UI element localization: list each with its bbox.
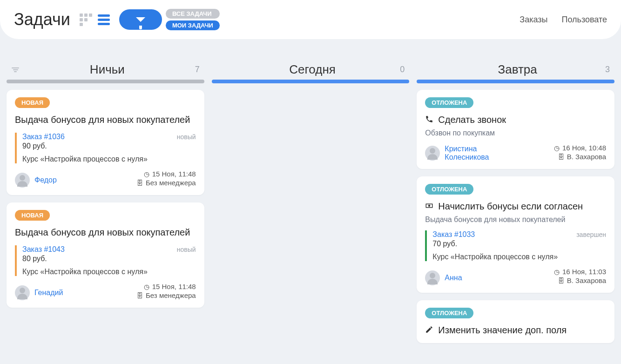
filter-section: ВСЕ ЗАДАЧИ МОИ ЗАДАЧИ: [119, 9, 220, 30]
order-status: новый: [177, 133, 196, 141]
filter-my-tasks[interactable]: МОИ ЗАДАЧИ: [166, 20, 220, 30]
user-link[interactable]: Кристина Колесникова: [445, 145, 505, 162]
column-bar: [212, 80, 410, 83]
list-view-icon[interactable]: [98, 14, 110, 25]
task-time: 15 Ноя, 11:48: [152, 170, 196, 178]
filter-all-tasks[interactable]: ВСЕ ЗАДАЧИ: [166, 9, 220, 19]
task-time: 15 Ноя, 11:48: [152, 283, 196, 290]
column-count: 7: [195, 65, 200, 74]
filter-pills: ВСЕ ЗАДАЧИ МОИ ЗАДАЧИ: [166, 9, 220, 30]
clock-icon: ◷: [144, 170, 149, 178]
clock-icon: ◷: [554, 268, 560, 276]
briefcase-icon: 🗄: [558, 153, 564, 161]
phone-icon: [425, 115, 433, 123]
order-block: Заказ #1033 завершен 70 руб. Курс «Настр…: [425, 230, 606, 261]
briefcase-icon: 🗄: [136, 179, 143, 187]
card-footer: Федор ◷15 Ноя, 11:48 🗄Без менеджера: [15, 170, 196, 188]
view-toggle: [80, 13, 110, 26]
column-title: Завтра: [430, 62, 605, 77]
order-price: 90 руб.: [22, 142, 196, 150]
status-badge: ОТЛОЖЕНА: [425, 97, 473, 108]
column-title: Ничьи: [20, 62, 195, 77]
status-badge: НОВАЯ: [15, 210, 50, 221]
header: Задачи ВСЕ ЗАДАЧИ МОИ ЗАДАЧИ Заказы Поль…: [0, 0, 621, 39]
task-subtitle: Обзвон по покупкам: [425, 129, 606, 137]
clock-icon: ◷: [144, 283, 149, 290]
order-block: Заказ #1043 новый 80 руб. Курс «Настройк…: [15, 245, 196, 276]
column-bar: [7, 80, 204, 83]
task-manager: Без менеджера: [146, 179, 196, 187]
column-filter-icon[interactable]: [11, 67, 20, 72]
column-bar: [417, 80, 614, 83]
nav-orders[interactable]: Заказы: [520, 15, 547, 25]
task-manager: В. Захарова: [567, 276, 606, 284]
order-product: Курс «Настройка процессов с нуля»: [432, 253, 606, 261]
grid-view-icon[interactable]: [80, 13, 92, 26]
funnel-icon: [136, 17, 145, 22]
task-subtitle: Выдача бонусов для новых покупателей: [425, 216, 606, 224]
task-card[interactable]: ОТЛОЖЕНА Начислить бонусы если согласен …: [417, 176, 614, 293]
task-title: Начислить бонусы если согласен: [438, 200, 583, 213]
column-title: Сегодня: [225, 62, 400, 77]
task-title: Выдача бонусов для новых покупателей: [15, 226, 196, 239]
status-badge: ОТЛОЖЕНА: [425, 184, 473, 195]
column-header: Ничьи 7: [7, 62, 204, 80]
task-manager: Без менеджера: [146, 291, 196, 299]
column-count: 3: [605, 65, 610, 74]
nav-users[interactable]: Пользовате: [561, 15, 607, 25]
task-title: Сделать звонок: [438, 114, 506, 126]
user-link[interactable]: Анна: [445, 274, 462, 282]
order-product: Курс «Настройка процессов с нуля»: [22, 268, 196, 276]
task-title: Изменить значение доп. поля: [438, 324, 567, 337]
task-title: Выдача бонусов для новых покупателей: [15, 114, 196, 126]
status-badge: НОВАЯ: [15, 97, 50, 108]
avatar-icon: [15, 285, 30, 300]
money-icon: [425, 202, 433, 210]
order-link[interactable]: Заказ #1033: [432, 230, 475, 239]
clock-icon: ◷: [554, 144, 560, 152]
order-status: завершен: [576, 231, 606, 238]
column-count: 0: [400, 65, 405, 74]
card-footer: Анна ◷16 Ноя, 11:03 🗄В. Захарова: [425, 268, 606, 285]
avatar-icon: [425, 270, 440, 285]
card-footer: Кристина Колесникова ◷16 Ноя, 10:48 🗄В. …: [425, 144, 606, 162]
avatar-icon: [425, 146, 440, 161]
column-header: Завтра 3: [417, 62, 614, 80]
briefcase-icon: 🗄: [136, 292, 143, 299]
filter-button[interactable]: [119, 9, 162, 30]
task-card[interactable]: НОВАЯ Выдача бонусов для новых покупател…: [7, 202, 204, 308]
header-nav: Заказы Пользовате: [520, 15, 607, 25]
briefcase-icon: 🗄: [558, 277, 564, 284]
order-price: 80 руб.: [22, 255, 196, 263]
order-link[interactable]: Заказ #1036: [22, 133, 65, 141]
edit-icon: [425, 325, 433, 334]
order-product: Курс «Настройка процессов с нуля»: [22, 155, 196, 163]
status-badge: ОТЛОЖЕНА: [425, 308, 473, 318]
column-tomorrow: Завтра 3 ОТЛОЖЕНА Сделать звонок Обзвон …: [417, 62, 614, 351]
user-link[interactable]: Федор: [34, 176, 57, 184]
task-card[interactable]: НОВАЯ Выдача бонусов для новых покупател…: [7, 90, 204, 195]
page-title: Задачи: [14, 10, 70, 29]
order-block: Заказ #1036 новый 90 руб. Курс «Настройк…: [15, 133, 196, 163]
order-price: 70 руб.: [432, 240, 606, 248]
task-manager: В. Захарова: [567, 153, 606, 161]
column-unassigned: Ничьи 7 НОВАЯ Выдача бонусов для новых п…: [7, 62, 204, 351]
task-time: 16 Ноя, 10:48: [562, 144, 606, 152]
header-left: Задачи ВСЕ ЗАДАЧИ МОИ ЗАДАЧИ: [14, 9, 220, 30]
card-footer: Генадий ◷15 Ноя, 11:48 🗄Без менеджера: [15, 283, 196, 300]
task-card[interactable]: ОТЛОЖЕНА Сделать звонок Обзвон по покупк…: [417, 90, 614, 169]
task-card[interactable]: ОТЛОЖЕНА Изменить значение доп. поля: [417, 300, 614, 343]
avatar-icon: [15, 173, 30, 188]
order-status: новый: [177, 246, 196, 253]
column-today: Сегодня 0: [212, 62, 410, 351]
user-link[interactable]: Генадий: [34, 289, 63, 297]
task-time: 16 Ноя, 11:03: [562, 268, 606, 276]
kanban-columns: Ничьи 7 НОВАЯ Выдача бонусов для новых п…: [0, 39, 621, 351]
order-link[interactable]: Заказ #1043: [22, 245, 65, 254]
column-header: Сегодня 0: [212, 62, 410, 80]
